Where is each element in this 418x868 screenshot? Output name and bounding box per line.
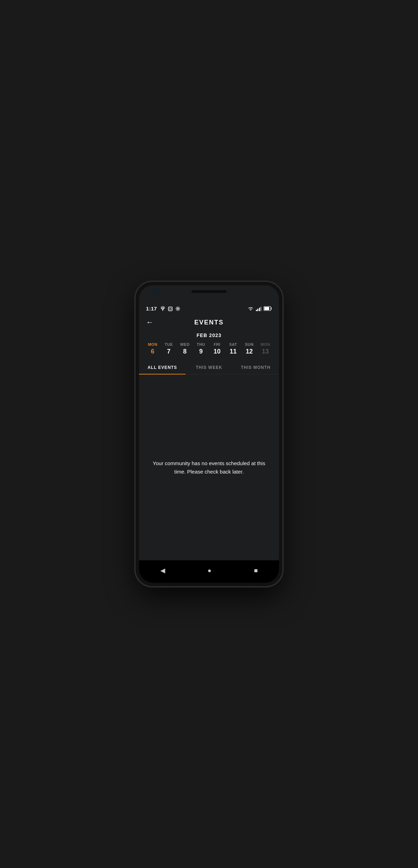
svg-point-3 — [177, 308, 179, 309]
day-number: 9 — [199, 348, 203, 355]
tab-this-week[interactable]: THIS WEEK — [186, 361, 232, 374]
left-status-icons — [160, 306, 180, 311]
recent-nav-button[interactable]: ■ — [247, 565, 265, 576]
day-name: THU — [197, 342, 205, 346]
month-label: FEB 2023 — [145, 332, 273, 338]
wifi-icon — [248, 306, 254, 311]
location-icon — [160, 306, 165, 311]
day-name: MON — [260, 342, 270, 346]
day-cell[interactable]: THU9 — [193, 342, 209, 355]
day-cell[interactable]: TUE7 — [161, 342, 177, 355]
day-cell[interactable]: MON13 — [257, 342, 273, 355]
camera — [154, 288, 159, 294]
app-content: ← EVENTS FEB 2023 MON6TUE7WED8THU9FRI10S… — [139, 314, 279, 560]
svg-rect-1 — [168, 307, 172, 311]
day-name: FRI — [214, 342, 220, 346]
day-name: WED — [180, 342, 189, 346]
day-cell[interactable]: FRI10 — [209, 342, 225, 355]
status-time: 1:17 — [146, 306, 157, 312]
right-status-icons — [248, 306, 272, 311]
day-name: MON — [148, 342, 157, 346]
top-nav: ← EVENTS — [139, 314, 279, 332]
back-button[interactable]: ← — [145, 316, 155, 328]
svg-rect-5 — [264, 307, 269, 310]
day-number: 13 — [262, 348, 269, 355]
gear-icon — [175, 306, 180, 311]
signal-icon — [256, 306, 262, 311]
day-number: 12 — [246, 348, 253, 355]
speaker — [191, 290, 227, 293]
home-nav-button[interactable]: ● — [201, 565, 218, 576]
day-cell[interactable]: WED8 — [177, 342, 193, 355]
status-bar: 1:17 — [139, 302, 279, 314]
svg-rect-2 — [169, 308, 172, 310]
day-name: SUN — [245, 342, 254, 346]
day-cell[interactable]: SAT11 — [225, 342, 241, 355]
week-row: MON6TUE7WED8THU9FRI10SAT11SUN12MON13 — [145, 342, 273, 355]
day-cell[interactable]: SUN12 — [241, 342, 257, 355]
phone-screen: 1:17 — [139, 285, 279, 583]
back-nav-button[interactable]: ◀ — [153, 565, 172, 576]
bottom-nav: ◀ ● ■ — [139, 560, 279, 583]
day-name: TUE — [165, 342, 173, 346]
empty-message: Your community has no events scheduled a… — [150, 459, 268, 476]
day-name: SAT — [229, 342, 237, 346]
svg-point-0 — [162, 307, 164, 309]
day-number: 8 — [183, 348, 187, 355]
day-number: 6 — [151, 348, 154, 355]
phone-frame: 1:17 — [135, 282, 283, 586]
sim-icon — [168, 306, 173, 311]
calendar-section: FEB 2023 MON6TUE7WED8THU9FRI10SAT11SUN12… — [139, 332, 279, 358]
day-number: 11 — [230, 348, 237, 355]
day-number: 10 — [214, 348, 221, 355]
battery-icon — [264, 306, 272, 311]
tabs-row: ALL EVENTSTHIS WEEKTHIS MONTH — [139, 361, 279, 374]
tab-this-month[interactable]: THIS MONTH — [232, 361, 279, 374]
empty-state: Your community has no events scheduled a… — [139, 374, 279, 560]
day-number: 7 — [167, 348, 170, 355]
day-cell[interactable]: MON6 — [145, 342, 161, 355]
tab-all-events[interactable]: ALL EVENTS — [139, 361, 186, 374]
page-title: EVENTS — [139, 319, 279, 326]
